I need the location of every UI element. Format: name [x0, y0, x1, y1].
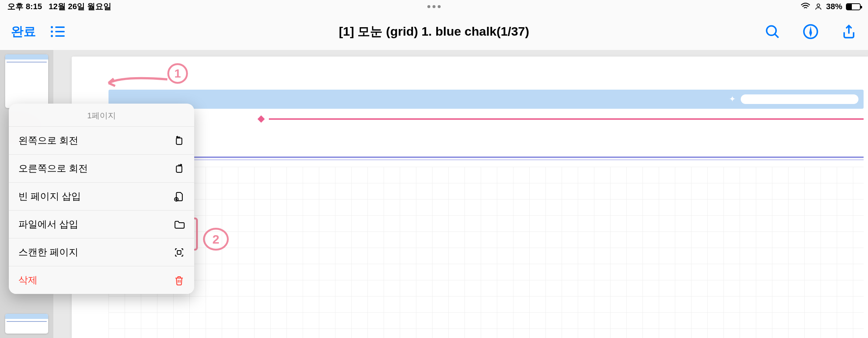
outline-icon[interactable] — [51, 26, 65, 37]
person-icon — [814, 3, 822, 11]
page-thumbnail-2[interactable] — [5, 314, 48, 334]
search-icon[interactable] — [764, 24, 780, 40]
svg-point-0 — [817, 4, 819, 7]
header-band: ✦ — [108, 90, 864, 109]
menu-insert-file-label: 파일에서 삽입 — [18, 218, 78, 231]
pen-tool-icon[interactable] — [803, 24, 819, 40]
menu-rotate-left-label: 왼쪽으로 회전 — [18, 134, 78, 147]
menu-scanned-page[interactable]: 스캔한 페이지 — [9, 238, 194, 266]
diamond-icon — [257, 115, 265, 123]
divider-pink — [269, 118, 864, 120]
divider-purple-light — [108, 159, 864, 160]
document-title: [1] 모눈 (grid) 1. blue chalk(1/37) — [339, 23, 529, 40]
scan-icon — [174, 247, 185, 258]
menu-rotate-right[interactable]: 오른쪽으로 회전 — [9, 155, 194, 183]
grid-background — [108, 167, 864, 338]
battery-icon — [846, 3, 861, 10]
page-context-menu: 1페이지 왼쪽으로 회전 오른쪽으로 회전 빈 페이지 삽입 파일에서 삽입 스… — [9, 104, 194, 294]
menu-rotate-right-label: 오른쪽으로 회전 — [18, 162, 88, 175]
svg-rect-4 — [177, 166, 182, 172]
annotation-arrow — [105, 72, 171, 94]
svg-rect-6 — [177, 251, 181, 254]
menu-insert-file[interactable]: 파일에서 삽입 — [9, 211, 194, 238]
folder-icon — [174, 219, 185, 230]
page-thumbnail-1[interactable] — [5, 54, 48, 108]
annotation-step-2: 2 — [203, 228, 229, 251]
app-toolbar: 완료 [1] 모눈 (grid) 1. blue chalk(1/37) — [0, 13, 868, 50]
menu-scanned-page-label: 스캔한 페이지 — [18, 246, 78, 259]
menu-insert-blank[interactable]: 빈 페이지 삽입 — [9, 183, 194, 211]
svg-point-1 — [766, 26, 776, 35]
menu-insert-blank-label: 빈 페이지 삽입 — [18, 190, 81, 203]
multitask-dots[interactable] — [427, 5, 441, 8]
share-icon[interactable] — [841, 24, 857, 40]
trash-icon — [174, 275, 185, 286]
header-pill — [741, 94, 858, 104]
menu-delete-label: 삭제 — [18, 274, 38, 287]
svg-rect-3 — [177, 138, 182, 144]
annotation-step-1: 1 — [167, 63, 188, 84]
status-date: 12월 26일 월요일 — [49, 1, 111, 12]
wifi-icon — [800, 1, 811, 12]
menu-header: 1페이지 — [9, 104, 194, 127]
status-time: 오후 8:15 — [7, 1, 42, 12]
insert-blank-icon — [174, 191, 185, 202]
sparkle-icon: ✦ — [729, 94, 736, 104]
status-bar: 오후 8:15 12월 26일 월요일 38% — [0, 0, 868, 13]
menu-rotate-left[interactable]: 왼쪽으로 회전 — [9, 127, 194, 155]
battery-percent: 38% — [826, 2, 842, 11]
divider-purple — [108, 157, 864, 158]
rotate-left-icon — [174, 135, 185, 146]
done-button[interactable]: 완료 — [11, 23, 36, 40]
rotate-right-icon — [174, 163, 185, 174]
menu-delete[interactable]: 삭제 — [9, 266, 194, 294]
content-row: Content. — [108, 112, 864, 126]
